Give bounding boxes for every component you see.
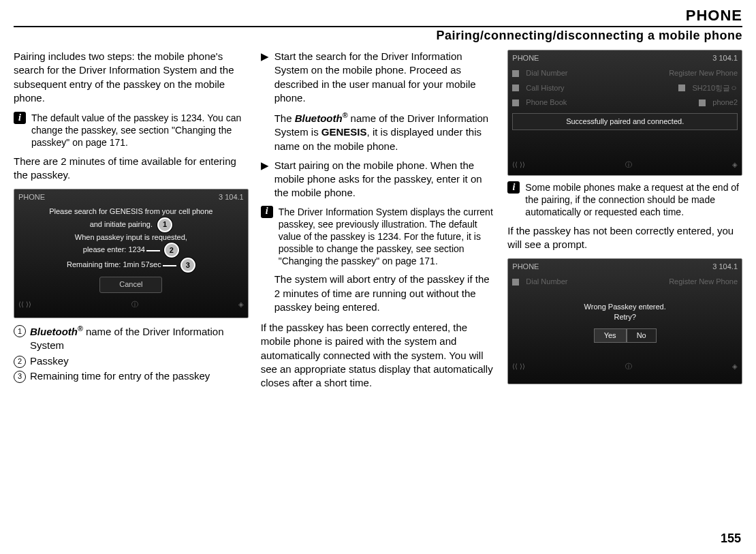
caption-1-bt: Bluetooth [30,326,78,337]
callout-badge-1: 1 [157,217,172,232]
ss2-r1l: Dial Number [526,68,567,78]
ss1-line3b-text: please enter: 1234 [83,246,145,254]
circ-num-3: 3 [14,371,26,383]
caption-1-text: Bluetooth® name of the Driver Informatio… [30,324,249,353]
info-text-2: The Driver Information System displays t… [279,206,496,268]
callout-badge-3: 3 [180,258,195,273]
ss3-r1r: Register New Phone [669,275,738,288]
step-2: ▶ Start pairing on the mobile phone. Whe… [261,159,496,200]
device-icon [699,99,706,106]
time-available-paragraph: There are 2 minutes of time available fo… [14,155,249,183]
info-small-icon: ⓘ [625,362,632,371]
step-1a: Start the search for the Driver Informat… [274,50,496,105]
info-note-2: i The Driver Information System displays… [261,206,496,268]
ss2-head-right: 3 104.1 [712,53,738,63]
caption-2: 2 Passkey [14,354,249,368]
dial-icon [512,70,519,77]
s1b-bt: Bluetooth [295,112,343,124]
s1b-gen: GENESIS [321,126,367,138]
screenshot-success: PHONE 3 104.1 Dial NumberRegister New Ph… [507,50,742,176]
ss2-head-left: PHONE [512,53,539,63]
ss1-line3b: please enter: 12342 [21,243,241,258]
dial-icon [512,279,519,286]
ss2-r2l: Call History [526,83,564,93]
abort-paragraph: The system will abort entry of the passk… [274,273,496,314]
step-2-text: Start pairing on the mobile phone. When … [274,159,496,200]
column-2: ▶ Start the search for the Driver Inform… [261,50,496,397]
intro-paragraph: Pairing includes two steps: the mobile p… [14,50,249,105]
info-text-3: Some mobile phones make a request at the… [525,181,742,219]
info-text-1: The default value of the passkey is 1234… [31,112,249,149]
step-1: ▶ Start the search for the Driver Inform… [261,50,496,153]
info-icon: i [14,112,26,124]
ss3-r1l: Dial Number [526,277,567,287]
callout-badge-2: 2 [164,243,179,258]
ss2-success-msg: Successfully paired and connected. [512,113,738,130]
ss1-line4-text: Remaining time: 1min 57sec [67,261,161,269]
ss2-r2r: SH210힝글ㅇ [692,83,738,93]
screenshot-wrong-passkey: PHONE 3 104.1 Dial NumberRegister New Ph… [507,258,742,384]
correct-paragraph: If the passkey has been correctly entere… [261,321,496,390]
ss1-line2-text: and initiate pairing. [90,220,153,228]
header-title: PHONE [14,7,742,27]
info-small-icon: ⓘ [131,300,138,309]
info-icon: i [261,206,273,218]
column-3: PHONE 3 104.1 Dial NumberRegister New Ph… [507,50,742,397]
ss1-head-right: 3 104.1 [219,192,244,202]
ss3-head-right: 3 104.1 [712,262,738,272]
history-icon [512,84,519,91]
s1b-pre: The [274,112,295,124]
ss2-r1r: Register New Phone [669,67,738,80]
screenshot-search-genesis: PHONE 3 104.1 Please search for GENESIS … [14,189,249,318]
ss2-r3l: Phone Book [526,97,567,108]
step-marker-icon: ▶ [261,159,269,172]
info-note-1: i The default value of the passkey is 12… [14,112,249,149]
step-marker-icon: ▶ [261,50,269,63]
ss3-yes-button: Yes [594,328,627,343]
wrong-intro: If the passkey has not been correctly en… [507,224,742,252]
ss3-msg2: Retry? [512,312,738,322]
caption-3-text: Remaining time for entry of the passkey [30,369,210,383]
caption-2-text: Passkey [30,354,69,368]
ss1-line4: Remaining time: 1min 57sec3 [21,258,241,273]
circ-num-2: 2 [14,356,26,368]
step-1b: The Bluetooth® name of the Driver Inform… [274,110,496,153]
ss1-cancel-button: Cancel [99,277,162,292]
page-number: 155 [721,532,741,546]
ss3-head-left: PHONE [512,262,539,272]
ss1-head-left: PHONE [18,192,45,202]
ss1-line2: and initiate pairing. 1 [21,217,241,232]
ss3-msg1: Wrong Passkey entered. [512,302,738,312]
header-subtitle: Pairing/connecting/disconnecting a mobil… [14,29,742,43]
info-icon: i [507,181,520,194]
caption-3: 3 Remaining time for entry of the passke… [14,369,249,383]
ss2-r3r: phone2 [712,97,738,108]
phonebook-icon [512,99,519,106]
ss3-no-button: No [627,328,657,343]
ss1-line3a: When passkey input is requested, [21,232,241,243]
caption-1: 1 Bluetooth® name of the Driver Informat… [14,324,249,353]
column-1: Pairing includes two steps: the mobile p… [14,50,249,397]
info-note-3: i Some mobile phones make a request at t… [507,181,742,219]
device-icon [678,84,685,91]
info-small-icon: ⓘ [625,160,632,170]
circ-num-1: 1 [14,325,26,337]
ss1-line1: Please search for GENESIS from your cell… [21,206,241,217]
